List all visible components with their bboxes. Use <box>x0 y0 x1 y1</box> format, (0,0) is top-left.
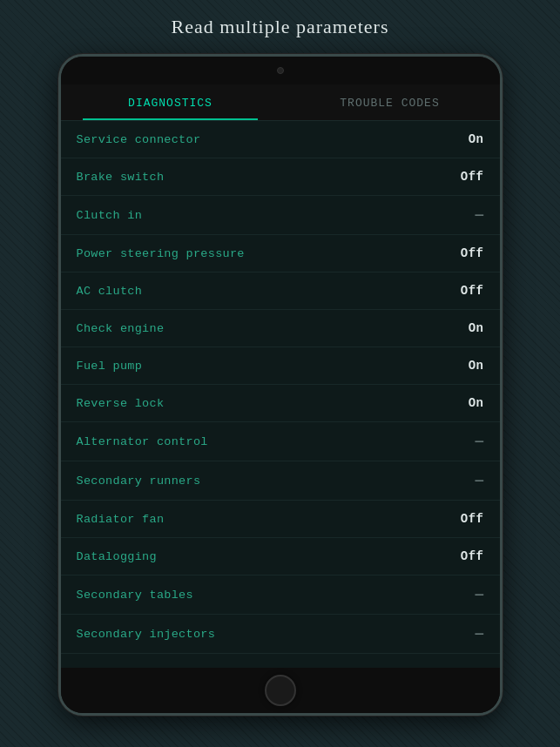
tablet-frame: DIAGNOSTICS TROUBLE CODES Service connec… <box>58 54 503 716</box>
row-label: Secondary tables <box>77 589 193 602</box>
tab-bar: DIAGNOSTICS TROUBLE CODES <box>61 84 500 121</box>
table-row: Secondary tables— <box>61 575 500 615</box>
table-row: Power steering pressureOff <box>61 235 500 273</box>
row-label: Power steering pressure <box>77 247 245 260</box>
row-value: Off <box>458 549 484 563</box>
row-value: On <box>458 321 484 335</box>
row-value: Off <box>458 284 484 298</box>
row-value: — <box>458 587 484 602</box>
row-label: Alternator control <box>77 435 208 448</box>
home-button[interactable] <box>265 675 296 706</box>
table-row: Alternator control— <box>61 422 500 461</box>
row-value: On <box>458 359 484 373</box>
table-row: Rev limiter— <box>61 654 500 668</box>
page-title: Read multiple parameters <box>171 16 388 38</box>
row-label: Radiator fan <box>77 513 165 526</box>
row-value: Off <box>458 246 484 260</box>
row-value: — <box>458 473 484 488</box>
row-label: AC clutch <box>77 285 143 298</box>
table-row: Clutch in— <box>61 196 500 235</box>
tab-trouble-codes[interactable]: TROUBLE CODES <box>280 84 500 120</box>
table-row: Reverse lockOn <box>61 385 500 422</box>
table-row: Secondary injectors— <box>61 615 500 654</box>
table-row: Brake switchOff <box>61 158 500 196</box>
table-row: AC clutchOff <box>61 273 500 310</box>
row-value: Off <box>458 170 484 184</box>
tablet-camera <box>277 67 284 74</box>
row-label: Secondary runners <box>77 474 201 488</box>
table-row: DataloggingOff <box>61 538 500 575</box>
row-label: Brake switch <box>77 171 165 184</box>
row-label: Reverse lock <box>77 397 165 410</box>
row-value: Off <box>458 512 484 526</box>
table-row: Fuel pumpOn <box>61 347 500 385</box>
row-value: On <box>458 132 484 146</box>
row-label: Check engine <box>77 322 165 335</box>
diagnostics-list[interactable]: Service connectorOnBrake switchOffClutch… <box>61 121 500 668</box>
row-label: Secondary injectors <box>77 628 216 641</box>
tablet-screen: DIAGNOSTICS TROUBLE CODES Service connec… <box>61 84 500 668</box>
table-row: Check engineOn <box>61 310 500 347</box>
tablet-bottom-bar <box>61 668 500 713</box>
row-value: — <box>458 207 484 223</box>
tab-diagnostics[interactable]: DIAGNOSTICS <box>61 84 280 120</box>
row-value: On <box>458 396 484 410</box>
table-row: Radiator fanOff <box>61 501 500 538</box>
row-label: Fuel pump <box>77 360 143 373</box>
row-label: Clutch in <box>77 209 143 222</box>
table-row: Secondary runners— <box>61 461 500 501</box>
row-value: — <box>458 626 484 642</box>
row-value: — <box>458 434 484 449</box>
tablet-top-bar <box>61 57 500 84</box>
row-label: Datalogging <box>77 550 157 563</box>
row-label: Service connector <box>77 133 201 146</box>
table-row: Service connectorOn <box>61 121 500 158</box>
